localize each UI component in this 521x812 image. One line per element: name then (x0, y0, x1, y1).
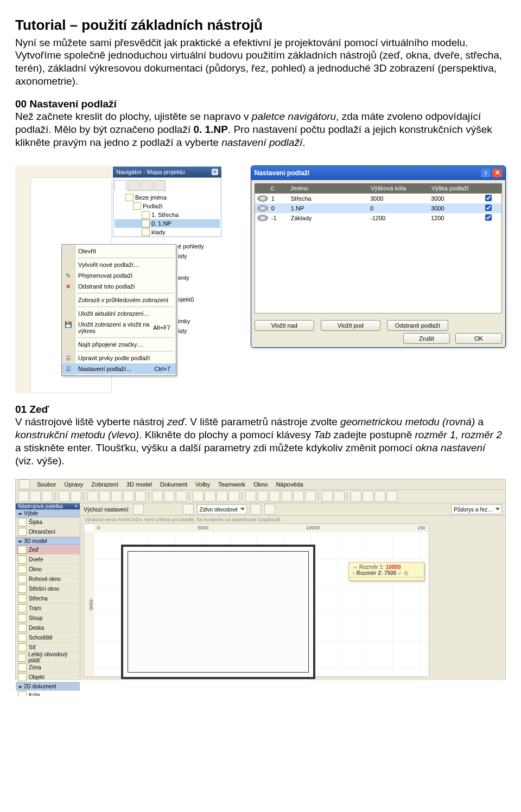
ctx-open[interactable]: Otevřít (62, 246, 176, 257)
toolbox-section-3d[interactable]: 3D model (16, 537, 80, 545)
tool-marquee[interactable]: Ohraničení (16, 527, 80, 537)
tool-arrow[interactable]: Šipka (16, 517, 80, 527)
nav-tab-4[interactable] (154, 180, 166, 191)
toolbar-icon[interactable] (205, 491, 215, 502)
toolbar-icon[interactable] (42, 491, 53, 502)
toolbox-section-2d[interactable]: 2D dokument (16, 682, 80, 690)
link-checkbox[interactable] (485, 195, 492, 201)
table-body[interactable]: 1 Střecha 3000 3000 0 1.NP 0 3000 -1 (255, 193, 502, 314)
ok-button[interactable]: OK (455, 333, 502, 344)
layer-combo[interactable]: Zdivo obvodové (197, 504, 247, 514)
tool-skylight[interactable]: Střešní okno (16, 584, 80, 594)
nav-tab-1[interactable] (115, 180, 126, 191)
ctx-show-3d[interactable]: Zobrazit v průhledovém zobrazení (62, 295, 176, 305)
wall-rectangle[interactable] (121, 545, 315, 679)
coordinate-tracker[interactable]: ↔ Rozměr 1: 10000 ↕ Rozměr 2: 7500 ✓ ⊙ (348, 562, 424, 581)
menu-options[interactable]: Volby (194, 481, 211, 488)
constr-method-icon[interactable] (264, 504, 275, 515)
tool-zone[interactable]: Zóna (16, 663, 80, 673)
toolbar-icon[interactable] (18, 491, 29, 502)
toolbox-titlebar[interactable]: Nástrojová paletka× (16, 503, 80, 509)
navigator-titlebar[interactable]: Navigátor - Mapa projektu ✕ (113, 167, 221, 177)
ctx-save-insert[interactable]: 💾Uložit zobrazení a vložit na výkresAlt+… (62, 319, 176, 336)
geom-method-icon[interactable] (250, 504, 261, 515)
nav-tab-3[interactable] (141, 180, 153, 191)
wall-pref-icon[interactable] (183, 504, 194, 515)
ctx-new-floor[interactable]: Vytvořit nové podlaží… (62, 259, 176, 270)
tool-window[interactable]: Okno (16, 565, 80, 574)
link-checkbox[interactable] (485, 214, 492, 221)
drawing-canvas[interactable]: 0 5000 10000 150 -5000 ↔ Rozměr 1: 10000… (84, 523, 429, 677)
ctx-edit-elements[interactable]: ☰Upravit prvky podle podlaží (62, 353, 176, 363)
visibility-icon[interactable] (257, 205, 268, 212)
toolbar-icon[interactable] (71, 491, 81, 502)
help-icon[interactable]: ? (481, 169, 491, 177)
delete-floor-button[interactable]: Odstranit podlaží (387, 320, 448, 331)
menu-help[interactable]: Nápověda (275, 481, 304, 488)
toolbar-icon[interactable] (111, 491, 122, 502)
toolbar-icon[interactable] (135, 491, 146, 502)
toolbar-icon[interactable] (176, 491, 187, 502)
dialog-titlebar[interactable]: Nastavení podlaží ? ✕ (251, 166, 505, 180)
toolbar-icon[interactable] (269, 491, 280, 502)
tool-corner-window[interactable]: Rohové okno (16, 574, 80, 584)
toolbar-icon[interactable] (386, 491, 397, 502)
tool-roof[interactable]: Střecha (16, 594, 80, 604)
menu-edit[interactable]: Úpravy (63, 481, 84, 488)
toolbar-icon[interactable] (281, 491, 292, 502)
ctx-rename-floor[interactable]: ✎Přejmenovat podlaží (62, 270, 176, 281)
toolbar-icon[interactable] (217, 491, 227, 502)
tool-slab[interactable]: Deska (16, 623, 80, 633)
menu-view[interactable]: Zobrazení (90, 481, 119, 488)
toolbar-icon[interactable] (257, 491, 268, 502)
ctx-save-view[interactable]: Uložit aktuální zobrazení… (62, 308, 176, 319)
toolbar-icon[interactable] (351, 491, 361, 502)
toolbar-icon[interactable] (293, 491, 304, 502)
visibility-icon[interactable] (257, 215, 268, 221)
toolbar-icon[interactable] (30, 491, 41, 502)
toolbar-icon[interactable] (193, 491, 204, 502)
toolbar-icon[interactable] (363, 491, 373, 502)
tree-zaklady[interactable]: klady (115, 228, 220, 236)
toolbox-section-select[interactable]: Výběr (16, 509, 80, 517)
tool-stair[interactable]: Schodiště (16, 633, 80, 643)
ctx-find-tags[interactable]: Najít připojené značky… (62, 339, 176, 350)
toolbar-icon[interactable] (322, 491, 333, 502)
ctx-floor-settings[interactable]: ☰Nastavení podlaží…Ctrl+7 (62, 363, 176, 374)
toolbar-icon[interactable] (99, 491, 110, 502)
toolbar-icon[interactable] (59, 491, 69, 502)
display-combo[interactable]: Půdorys a řez… (451, 504, 502, 514)
tool-curtain[interactable]: Lehký obvodový plášť (16, 653, 80, 663)
cancel-button[interactable]: Zrušit (403, 333, 450, 344)
tool-door[interactable]: Dveře (16, 555, 80, 565)
navigator-tree[interactable]: Beze jména Podlaží 1. Střecha 0. 1.NP kl… (113, 177, 221, 237)
close-icon[interactable]: ✕ (212, 169, 218, 175)
close-icon[interactable]: × (74, 503, 78, 509)
tree-podlazi[interactable]: Podlaží (115, 202, 220, 210)
toolbar-icon[interactable] (123, 491, 134, 502)
toolbar-icon[interactable] (228, 491, 239, 502)
tool-beam[interactable]: Trám (16, 604, 80, 613)
table-row[interactable]: 1 Střecha 3000 3000 (255, 194, 501, 203)
insert-below-button[interactable]: Vložit pod (321, 320, 380, 331)
tool-wall[interactable]: Zeď (16, 545, 80, 555)
params-bar[interactable]: Výchozí nastavení: Zdivo obvodové Půdory… (80, 503, 505, 516)
toolbar-icon[interactable] (245, 491, 256, 502)
toolbar-icon[interactable] (374, 491, 385, 502)
main-toolbar[interactable] (16, 490, 505, 503)
tree-root[interactable]: Beze jména (115, 193, 220, 202)
tree-strecha[interactable]: 1. Střecha (115, 210, 220, 219)
ctx-delete-floor[interactable]: ✕Odstranit toto podlaží (62, 281, 176, 292)
tool-column[interactable]: Sloup (16, 613, 80, 623)
visibility-icon[interactable] (257, 195, 268, 202)
toolbar-icon[interactable] (152, 491, 163, 502)
context-menu[interactable]: Otevřít Vytvořit nové podlaží… ✎Přejmeno… (61, 244, 176, 376)
menu-teamwork[interactable]: Teamwork (217, 481, 246, 488)
toolbar-icon[interactable] (87, 491, 98, 502)
tool-object[interactable]: Objekt (16, 673, 80, 682)
toolbar-icon[interactable] (305, 491, 316, 502)
table-row[interactable]: 0 1.NP 0 3000 (255, 203, 501, 213)
toolbox[interactable]: Nástrojová paletka× Výběr Šipka Ohraniče… (16, 503, 80, 680)
toolbar-icon[interactable] (164, 491, 175, 502)
nav-tab-2[interactable] (128, 180, 139, 191)
